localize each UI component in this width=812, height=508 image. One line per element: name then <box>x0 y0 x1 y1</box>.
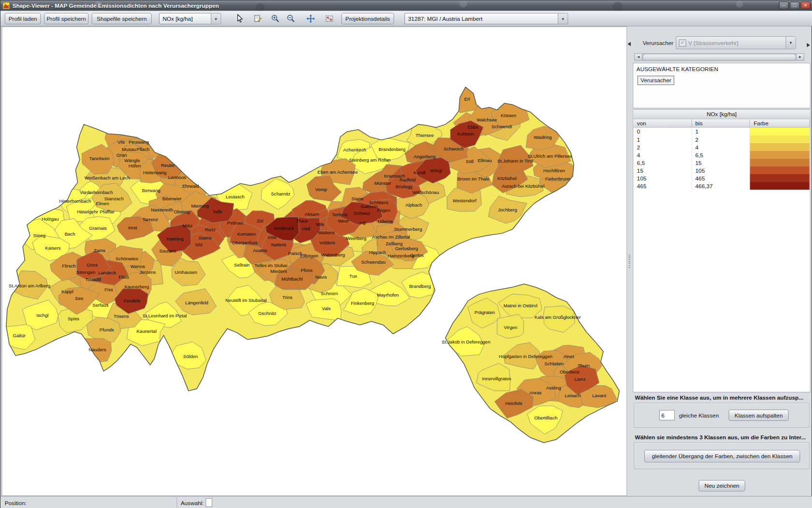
legend-row[interactable]: 12 <box>633 135 810 143</box>
profil-speichern-button[interactable]: Profil speichern <box>44 13 88 25</box>
category-item-verursacher[interactable]: Verursacher <box>638 75 674 85</box>
zoom-out-button[interactable] <box>284 13 298 25</box>
info-tool-button[interactable] <box>251 13 265 25</box>
tyrol-choropleth-map[interactable]: VilsPinswangMusauPflachGränTannheimWängl… <box>2 27 626 496</box>
municipality-label: Thurn <box>578 363 590 368</box>
classes-count-input[interactable] <box>659 410 675 420</box>
municipality-label: Mils <box>316 222 324 227</box>
pan-tool-button[interactable] <box>304 13 318 25</box>
legend-bis-value[interactable]: 4 <box>691 143 750 151</box>
column-header-farbe[interactable]: Farbe <box>750 119 810 127</box>
klassen-aufspalten-button[interactable]: Klassen aufspalten <box>729 409 789 421</box>
municipality-label: Wattens <box>318 230 335 235</box>
legend-von-value[interactable]: 105 <box>633 174 691 182</box>
municipality-label: Schmirn <box>321 291 338 296</box>
municipality-label: Schwaz <box>354 210 370 216</box>
column-header-von[interactable]: von <box>633 119 691 127</box>
legend-von-value[interactable]: 465 <box>633 182 691 190</box>
farben-uebergang-button[interactable]: gleitender Übergang der Farben, zwischen… <box>644 450 800 463</box>
projection-combobox[interactable]: 31287: MGI / Austria Lambert <box>405 13 568 25</box>
app-icon[interactable] <box>2 2 10 9</box>
scrollbar-thumb[interactable] <box>643 55 796 60</box>
municipality-label: Obertilliach <box>534 415 557 420</box>
municipality-label: St.Ulrich am Pillersee <box>528 153 572 159</box>
minimize-button[interactable] <box>779 1 788 9</box>
municipality-label: Lavant <box>592 393 606 398</box>
municipality-label: Vils <box>117 139 125 145</box>
legend-header-row: von bis Farbe <box>633 119 810 127</box>
close-button[interactable] <box>800 1 810 9</box>
municipality-label: Finkenberg <box>351 300 374 306</box>
toolbar: Profil laden Profil speichern Shapefile … <box>0 11 812 27</box>
split-pane-divider[interactable] <box>627 27 632 496</box>
legend-von-value[interactable]: 6,5 <box>633 159 691 166</box>
municipality-label: Schlaiten <box>545 361 564 366</box>
municipality-label: Zellberg <box>386 241 403 246</box>
legend-von-value[interactable]: 4 <box>633 151 691 159</box>
chevron-down-icon[interactable] <box>558 14 567 24</box>
neu-zeichnen-button[interactable]: Neu zeichnen <box>698 480 745 492</box>
divider-grip[interactable] <box>629 254 630 268</box>
municipality-label: Gschnitz <box>258 311 276 316</box>
municipality-label: Pfunds <box>100 327 114 332</box>
legend-row[interactable]: 105465 <box>633 174 810 182</box>
auswahl-field[interactable] <box>205 498 212 507</box>
legend-row[interactable]: 24 <box>633 143 810 151</box>
cursor-icon <box>236 14 245 23</box>
legend-von-value[interactable]: 2 <box>633 143 691 151</box>
legend-color-swatch[interactable] <box>750 174 810 182</box>
legend-bis-value[interactable]: 6,5 <box>691 151 750 159</box>
legend-row[interactable]: 465466,37 <box>633 182 810 190</box>
municipality-label: Scharnitz <box>271 191 290 196</box>
municipality-label: Pfons <box>301 268 313 273</box>
legend-bis-value[interactable]: 465 <box>691 174 750 182</box>
municipality-label: Tannheim <box>89 156 110 161</box>
legend-von-value[interactable]: 15 <box>633 166 691 174</box>
legend-color-swatch[interactable] <box>750 159 810 166</box>
projektionsdetails-button[interactable]: Projektionsdetails <box>341 13 394 25</box>
municipality-label: Fieberbrunn <box>545 176 570 181</box>
municipality-label: Wenns <box>130 264 145 269</box>
column-header-bis[interactable]: bis <box>691 119 750 127</box>
fit-extent-icon <box>325 14 334 23</box>
chevron-down-icon[interactable] <box>211 14 220 24</box>
legend-color-swatch[interactable] <box>750 151 810 159</box>
collapse-left-icon[interactable] <box>628 42 631 46</box>
horizontal-scrollbar[interactable] <box>635 53 804 60</box>
legend-color-swatch[interactable] <box>750 127 810 135</box>
select-tool-button[interactable] <box>233 13 247 25</box>
zoom-in-button[interactable] <box>269 13 282 25</box>
value-combobox[interactable]: NOx [kg/ha] <box>159 13 221 25</box>
collapse-right-icon[interactable] <box>807 43 810 47</box>
scroll-right-icon[interactable] <box>796 54 804 60</box>
legend-row[interactable]: 6,515 <box>633 159 810 166</box>
legend-row[interactable]: 46,5 <box>633 151 810 159</box>
municipality-label: Leisach <box>565 393 580 398</box>
verursacher-combobox[interactable]: V [Strassenverkehr] <box>676 36 796 49</box>
legend-color-swatch[interactable] <box>750 143 810 151</box>
municipality-label: Uderns <box>378 219 393 224</box>
legend-bis-value[interactable]: 105 <box>691 166 750 174</box>
zoom-extent-button[interactable] <box>323 13 336 25</box>
legend-color-swatch[interactable] <box>750 135 810 143</box>
maximize-button[interactable] <box>790 1 799 9</box>
chevron-down-icon[interactable] <box>785 37 795 49</box>
municipality-label: Umhausen <box>174 269 197 275</box>
legend-bis-value[interactable]: 15 <box>691 159 750 166</box>
shapefile-speichern-button[interactable]: Shapefile speichern <box>92 13 152 25</box>
scroll-left-icon[interactable] <box>635 54 643 60</box>
municipality-label: Tux <box>349 273 357 279</box>
municipality-label: Pfafflar <box>100 209 115 214</box>
legend-von-value[interactable]: 0 <box>633 127 691 135</box>
legend-row[interactable]: 15105 <box>633 166 810 174</box>
legend-von-value[interactable]: 1 <box>633 135 691 143</box>
legend-color-swatch[interactable] <box>750 166 810 174</box>
profil-laden-button[interactable]: Profil laden <box>5 13 41 25</box>
legend-color-swatch[interactable] <box>750 182 810 190</box>
legend-bis-value[interactable]: 1 <box>691 127 750 135</box>
legend-bis-value[interactable]: 466,37 <box>691 182 750 190</box>
municipality-label: Holzgau <box>42 216 58 222</box>
municipality-label: Vorderhornbach <box>80 190 113 195</box>
legend-row[interactable]: 01 <box>633 127 810 135</box>
legend-bis-value[interactable]: 2 <box>691 135 750 143</box>
